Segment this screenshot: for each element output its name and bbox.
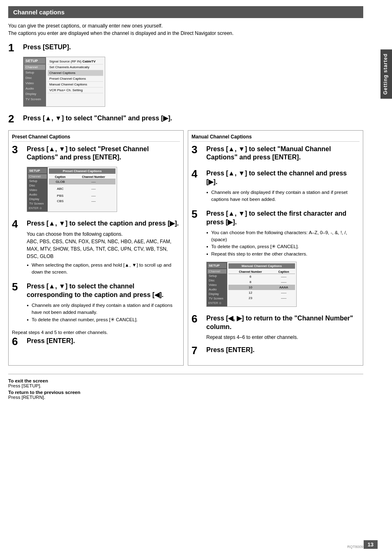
manual-step-6: 6 Press [◀, ▶] to return to the "Channel…	[191, 314, 360, 341]
table-cell: 12	[228, 290, 272, 295]
step-2-title: Press [▲, ▼] to select "Channel" and pre…	[23, 114, 363, 123]
preset-step-3-number: 3	[12, 144, 27, 155]
preset-screen-display: Display	[28, 197, 47, 201]
preset-step-4-body-text: You can choose from the following captio…	[27, 230, 180, 238]
manual-screen-enter: ENTER ⊙	[208, 301, 226, 306]
manual-step-4-title: Press [▲, ▼] to select the channel and p…	[206, 169, 360, 187]
preset-step-5-bullets: Channels are only displayed if they cont…	[27, 302, 180, 323]
page-title: Channel captions	[13, 9, 65, 16]
list-item: To delete the caption, press [✳ CANCEL].	[206, 243, 360, 250]
preset-step-5-title: Press [▲, ▼] to select the channel corre…	[27, 282, 180, 299]
preset-step-5-number: 5	[12, 281, 27, 292]
footer-exit: To exit the screen Press [SETUP].	[8, 378, 363, 388]
step-2: 2 Press [▲, ▼] to select "Channel" and p…	[8, 114, 363, 125]
preset-step-4-number: 4	[12, 219, 27, 229]
preset-step-3-title: Press [▲, ▼] to select "Preset Channel C…	[27, 145, 180, 162]
table-cell: ----	[71, 198, 115, 204]
side-tab-label: Getting started	[383, 53, 388, 94]
table-cell: AAAA	[272, 285, 295, 290]
table-row: 6 -----	[228, 274, 295, 279]
intro-line2: The captions you enter are displayed whe…	[8, 30, 363, 37]
table-cell: -----	[272, 279, 295, 285]
intro-line1: You can give the preset captions, or man…	[8, 22, 363, 30]
preset-step-5: 5 Press [▲, ▼] to select the channel cor…	[12, 282, 180, 325]
manual-step-3: 3 Press [▲, ▼] to select "Manual Channel…	[191, 145, 360, 165]
step-1-menu-video: Video	[24, 81, 45, 86]
manual-column: Manual Channel Captions 3 Press [▲, ▼] t…	[188, 130, 363, 366]
manual-step-7: 7 Press [ENTER].	[191, 346, 360, 357]
two-columns: Preset Channel Captions 3 Press [▲, ▼] t…	[8, 130, 363, 366]
preset-screen-table: Caption Channel Number GLOB ----	[49, 175, 115, 204]
footer-notes: To exit the screen Press [SETUP]. To ret…	[8, 374, 363, 400]
manual-screen-display: Display	[208, 292, 226, 296]
manual-step-3-content: Press [▲, ▼] to select "Manual Channel C…	[206, 145, 360, 165]
preset-column: Preset Channel Captions 3 Press [▲, ▼] t…	[8, 130, 184, 366]
manual-screen-audio: Audio	[208, 287, 226, 292]
step-1-screen: SETUP Channel Setup Disc Video Audio Dis…	[23, 57, 105, 107]
preset-step-3-content: Press [▲, ▼] to select "Preset Channel C…	[27, 145, 180, 215]
step-1-row-setchannels: Set Channels Automatically	[48, 64, 103, 70]
step-1-row-manualcaptions: Manual Channel Captions	[48, 82, 103, 88]
table-row: 8 -----	[228, 279, 295, 285]
table-cell: 6	[228, 274, 272, 279]
manual-step-7-title: Press [ENTER].	[206, 346, 360, 355]
manual-step-4-content: Press [▲, ▼] to select the channel and p…	[206, 169, 360, 205]
manual-screen-sidebar-title: SETUP	[208, 263, 226, 268]
manual-step-4: 4 Press [▲, ▼] to select the channel and…	[191, 169, 360, 205]
step-1-row-presetcaptions: Preset Channel Captions	[48, 76, 103, 82]
step-1-number: 1	[8, 42, 23, 53]
manual-step-4-number: 4	[191, 168, 206, 179]
list-item: Repeat this step to enter the other char…	[206, 251, 360, 258]
manual-step-7-number: 7	[191, 345, 206, 356]
manual-step-5-content: Press [▲, ▼] to select the first charact…	[206, 210, 360, 309]
table-row: 12 -----	[228, 290, 295, 295]
step-1-row-signal: Signal Source (RF IN) CableTV	[48, 59, 103, 64]
preset-step-4-title: Press [▲, ▼] to select the caption and p…	[27, 219, 180, 228]
step-1-menu-setup: Setup	[24, 70, 45, 75]
preset-col-header: Preset Channel Captions	[12, 134, 180, 142]
preset-screen-title: SETUP	[28, 168, 47, 173]
manual-screen-col-channel: Channel Number	[228, 270, 272, 274]
preset-screen-main: Preset Channel Captions Caption Channel …	[48, 167, 117, 212]
preset-screen-main-title: Preset Channel Captions	[49, 168, 115, 174]
manual-screen-table: Channel Number Caption 6 -----	[228, 270, 295, 301]
table-row: CBS ----	[49, 198, 115, 204]
step-1-title: Press [SETUP].	[23, 43, 363, 52]
intro-text: You can give the preset captions, or man…	[8, 22, 363, 37]
manual-screen-main: Manual Channel Captions Channel Number C…	[227, 262, 296, 306]
preset-screen-setup: Setup	[28, 179, 47, 183]
step-1-menu-disc: Disc	[24, 75, 45, 81]
preset-screen-audio: Audio	[28, 192, 47, 197]
list-item: To delete the channel number, press [✳ C…	[27, 316, 180, 323]
manual-screen-setup: Setup	[208, 274, 226, 278]
manual-step-3-title: Press [▲, ▼] to select "Manual Channel C…	[206, 145, 360, 162]
step-1-menu-tvscreen: TV Screen	[24, 97, 45, 102]
step-1-main: Signal Source (RF IN) CableTV Set Channe…	[46, 57, 105, 106]
preset-step-6-content: Press [ENTER].	[27, 337, 180, 348]
step-2-content: Press [▲, ▼] to select "Channel" and pre…	[23, 114, 363, 125]
manual-screen-channel: Channel	[208, 269, 226, 274]
footer-exit-label: To exit the screen	[8, 378, 48, 383]
table-row: ABC ----	[49, 186, 115, 191]
table-cell: CBS	[49, 198, 71, 204]
manual-col-header: Manual Channel Captions	[191, 134, 360, 142]
preset-step-5-content: Press [▲, ▼] to select the channel corre…	[27, 282, 180, 325]
step-1-menu-audio: Audio	[24, 86, 45, 91]
page-header: Channel captions	[8, 6, 363, 18]
step-1-row-vcrplus: VCR Plus+ Ch. Setting	[48, 88, 103, 93]
table-cell: -----	[272, 290, 295, 295]
footer-return-text: Press [RETURN].	[8, 395, 45, 400]
preset-screen-col-caption: Caption	[49, 175, 71, 179]
step-1-sidebar: SETUP Channel Setup Disc Video Audio Dis…	[23, 57, 46, 106]
manual-step-6-content: Press [◀, ▶] to return to the "Channel N…	[206, 314, 360, 341]
list-item: When selecting the caption, press and ho…	[27, 262, 180, 276]
table-cell: ----	[71, 179, 115, 185]
preset-screen-enter: ENTER ⊙	[28, 206, 47, 211]
preset-step-3: 3 Press [▲, ▼] to select "Preset Channel…	[12, 145, 180, 215]
step-1-menu-channel: Channel	[24, 64, 45, 70]
manual-step-5-bullets: You can choose from the following charac…	[206, 229, 360, 258]
preset-step-4: 4 Press [▲, ▼] to select the caption and…	[12, 219, 180, 277]
preset-step-4-captions: ABC, PBS, CBS, CNN, FOX, ESPN, NBC, HBO,…	[27, 238, 180, 260]
doc-code: RQT8009	[347, 545, 363, 549]
table-cell: 10	[228, 285, 272, 290]
